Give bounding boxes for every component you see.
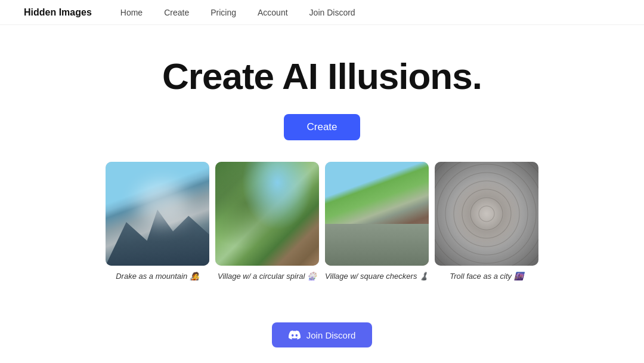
gallery-image-1[interactable]	[106, 162, 209, 266]
nav-discord[interactable]: Join Discord	[299, 0, 366, 25]
nav-pricing[interactable]: Pricing	[200, 0, 247, 25]
navbar: Hidden Images Home Create Pricing Accoun…	[0, 0, 644, 25]
site-logo[interactable]: Hidden Images	[24, 7, 92, 18]
hero-section: Create AI Illusions. Create Drake as a m…	[0, 25, 644, 316]
mountain-image	[106, 162, 209, 266]
gallery-caption-2: Village w/ a circular spiral 🎡	[218, 272, 317, 281]
gallery-item-4: Troll face as a city 🌆	[435, 162, 538, 281]
discord-section: Join Discord	[0, 316, 644, 363]
nav-account[interactable]: Account	[247, 0, 299, 25]
discord-icon	[289, 329, 301, 341]
gallery-image-4[interactable]	[435, 162, 538, 266]
gallery-item-2: Village w/ a circular spiral 🎡	[215, 162, 319, 281]
gallery-image-2[interactable]	[215, 162, 319, 266]
hero-title: Create AI Illusions.	[162, 55, 482, 97]
village-checkers-image	[325, 162, 429, 266]
gallery-image-3[interactable]	[325, 162, 429, 266]
discord-button-label: Join Discord	[306, 330, 356, 340]
gallery-caption-1: Drake as a mountain 🧑‍🎤	[116, 272, 199, 281]
discord-button[interactable]: Join Discord	[272, 322, 373, 347]
village-spiral-image	[215, 162, 319, 266]
nav-links: Home Create Pricing Account Join Discord	[110, 0, 366, 25]
nav-home[interactable]: Home	[110, 0, 153, 25]
gallery-item-3: Village w/ square checkers ♟️	[325, 162, 429, 281]
gallery-item-1: Drake as a mountain 🧑‍🎤	[106, 162, 209, 281]
hero-create-button[interactable]: Create	[284, 114, 360, 140]
nav-create[interactable]: Create	[153, 0, 200, 25]
gallery-caption-3: Village w/ square checkers ♟️	[325, 272, 429, 281]
gallery: Drake as a mountain 🧑‍🎤 Village w/ a cir…	[94, 162, 550, 281]
troll-city-image	[435, 162, 538, 266]
gallery-caption-4: Troll face as a city 🌆	[450, 272, 523, 281]
